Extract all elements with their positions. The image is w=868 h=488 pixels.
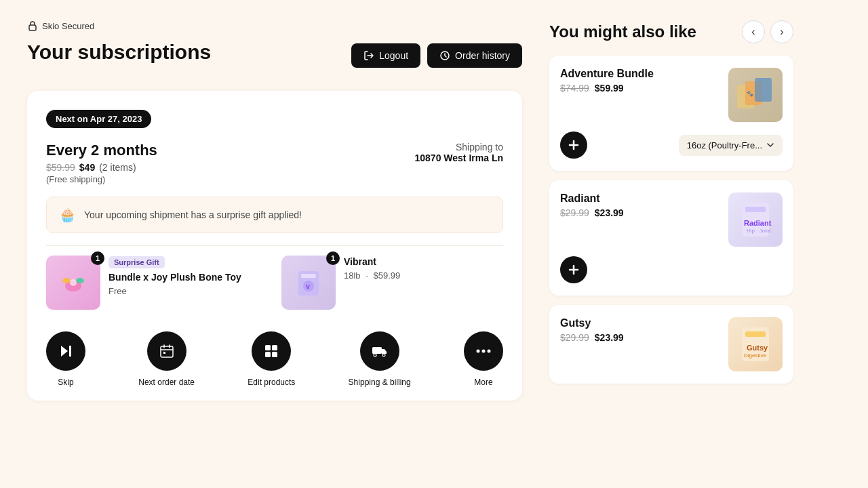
skio-secured-label: Skio Secured: [27, 20, 522, 31]
order-history-button[interactable]: Order history: [427, 43, 522, 68]
recommendations-panel: You might also like ‹ › Adventure Bundle…: [549, 20, 793, 468]
svg-rect-18: [372, 347, 382, 354]
rec-product-image: Radiant Hip · Joint: [728, 192, 783, 247]
product-name: Vibrant: [344, 256, 400, 268]
svg-rect-17: [272, 352, 277, 357]
calendar-icon-circle: [147, 331, 186, 371]
calendar-icon: [159, 344, 174, 359]
svg-rect-33: [745, 331, 766, 337]
rec-product-name: Adventure Bundle: [560, 68, 720, 80]
shipping-billing-label: Shipping & billing: [349, 378, 411, 387]
products-row: 1 Surprise Gift Bundle x Joy Plush Bone …: [46, 245, 503, 310]
toy-illustration: [56, 266, 90, 300]
plus-icon: [568, 139, 580, 151]
svg-rect-0: [29, 25, 36, 30]
price-new: $49: [79, 162, 95, 173]
lock-icon: [27, 20, 38, 31]
svg-text:🐾: 🐾: [747, 90, 753, 97]
product-badge: 1: [91, 251, 104, 265]
next-order-date-label: Next order date: [138, 378, 195, 387]
shipping-billing-button[interactable]: Shipping & billing: [349, 331, 411, 387]
svg-point-22: [481, 350, 485, 353]
skip-label: Skip: [58, 378, 73, 387]
more-icon: [476, 349, 491, 353]
header-buttons: Logout Order history: [351, 43, 522, 68]
nav-arrows: ‹ ›: [742, 20, 793, 43]
radiant-illustration: Radiant Hip · Joint: [732, 196, 779, 243]
svg-point-23: [487, 350, 490, 353]
edit-products-button[interactable]: Edit products: [248, 331, 295, 387]
svg-text:Radiant: Radiant: [744, 219, 772, 227]
price-old: $59.99: [46, 162, 75, 173]
chevron-down-icon: [766, 141, 774, 149]
free-shipping: (Free shipping): [46, 174, 157, 184]
logout-icon: [363, 50, 374, 61]
skip-icon-circle: [46, 331, 85, 371]
variant-selector[interactable]: 16oz (Poultry-Fre...: [679, 135, 783, 156]
grid-icon: [264, 344, 279, 359]
svg-point-19: [374, 354, 376, 357]
recommendation-card: Radiant $29.99 $23.99 Radiant Hip · Join…: [549, 180, 793, 296]
product-image-wrap: 1: [46, 256, 100, 310]
svg-text:Digestive: Digestive: [744, 352, 766, 359]
product-name: Bundle x Joy Plush Bone Toy: [108, 271, 241, 283]
truck-icon: [372, 344, 388, 358]
product-image-wrap: V 1: [281, 256, 336, 310]
rec-price-old: $74.99: [560, 83, 589, 94]
add-to-subscription-button[interactable]: [560, 131, 587, 159]
edit-products-icon-circle: [252, 331, 291, 371]
more-icon-circle: [464, 331, 503, 371]
svg-point-20: [382, 354, 385, 357]
skip-button[interactable]: Skip: [46, 331, 85, 387]
rec-price-new: $59.99: [595, 83, 624, 94]
svg-text:Hip · Joint: Hip · Joint: [747, 228, 771, 234]
svg-rect-15: [272, 345, 277, 350]
product-image: [46, 256, 100, 310]
rec-product-name: Gutsy: [560, 317, 720, 329]
rec-price-new: $23.99: [595, 207, 624, 218]
svg-point-3: [62, 278, 71, 283]
svg-point-21: [476, 350, 479, 353]
recommendations-title: You might also like ‹ ›: [549, 20, 793, 43]
add-to-subscription-button[interactable]: [560, 256, 587, 283]
logout-button[interactable]: Logout: [351, 43, 420, 68]
subscription-card: Next on Apr 27, 2023 Every 2 months $59.…: [27, 91, 522, 401]
svg-marker-10: [61, 346, 68, 357]
surprise-tag: Surprise Gift: [108, 256, 165, 268]
variant-label: 16oz (Poultry-Fre...: [687, 140, 762, 150]
more-label: More: [474, 378, 492, 387]
product-item: 1 Surprise Gift Bundle x Joy Plush Bone …: [46, 256, 268, 310]
gift-message: Your upcoming shipment has a surprise gi…: [84, 209, 302, 220]
subscription-frequency: Every 2 months: [46, 142, 157, 159]
svg-rect-14: [265, 345, 271, 350]
next-arrow[interactable]: ›: [770, 20, 793, 43]
rec-price-new: $23.99: [595, 332, 624, 343]
recommendation-card: Gutsy $29.99 $23.99 Gutsy Digestive: [549, 305, 793, 384]
more-button[interactable]: More: [464, 331, 503, 387]
vibrant-illustration: V: [292, 266, 326, 300]
page-title: Your subscriptions: [27, 41, 211, 64]
svg-rect-12: [161, 346, 173, 357]
edit-products-label: Edit products: [248, 378, 295, 387]
next-date-badge: Next on Apr 27, 2023: [46, 110, 151, 128]
svg-rect-11: [69, 346, 71, 357]
svg-text:Gutsy: Gutsy: [747, 344, 768, 352]
rec-price-old: $29.99: [560, 332, 589, 343]
items-count: (2 items): [99, 162, 136, 173]
product-price: 18lb · $59.99: [344, 270, 400, 281]
svg-point-4: [76, 278, 84, 283]
action-buttons-row: Skip Next order date: [46, 326, 503, 387]
product-image: V: [281, 256, 336, 310]
order-history-icon: [439, 50, 450, 61]
shipping-label: Shipping to: [415, 142, 503, 152]
adventure-bundle-illustration: 🐾: [732, 71, 779, 119]
rec-product-image: Gutsy Digestive: [728, 317, 783, 371]
shipping-address: 10870 West Irma Ln: [415, 152, 503, 163]
next-order-date-button[interactable]: Next order date: [138, 331, 195, 387]
prev-arrow[interactable]: ‹: [742, 20, 765, 43]
svg-rect-7: [301, 274, 316, 278]
recommendation-card: Adventure Bundle $74.99 $59.99 🐾: [549, 56, 793, 171]
gift-banner: 🧁 Your upcoming shipment has a surprise …: [46, 197, 503, 233]
svg-point-5: [70, 279, 77, 286]
svg-rect-16: [265, 352, 271, 357]
